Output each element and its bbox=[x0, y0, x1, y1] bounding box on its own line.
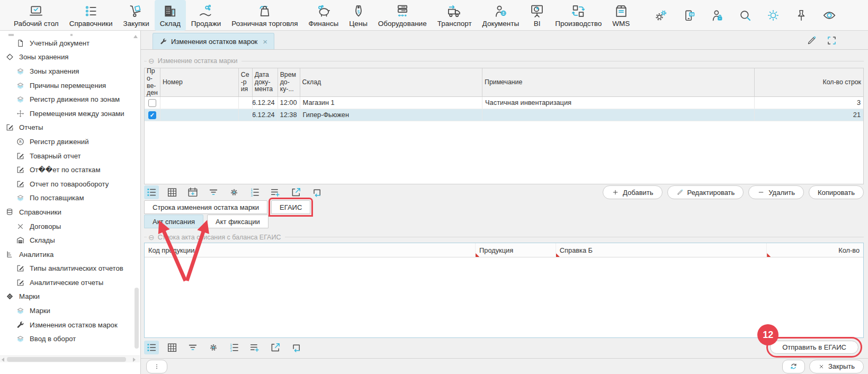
expand-icon[interactable] bbox=[826, 35, 837, 46]
sidebar-item[interactable]: Аналитика bbox=[0, 247, 140, 262]
nav-item[interactable]: Закупки bbox=[118, 0, 155, 31]
sidebar-item[interactable]: Справочники bbox=[0, 205, 140, 219]
sidebar-item[interactable]: От��ет по остаткам bbox=[0, 163, 140, 177]
toolbar-button[interactable] bbox=[268, 341, 283, 354]
more-actions-button[interactable] bbox=[146, 360, 167, 373]
toolbar-button[interactable] bbox=[144, 185, 159, 199]
action-button[interactable]: Копировать bbox=[809, 185, 864, 199]
scrollbar-up-arrow[interactable] bbox=[133, 35, 138, 38]
search-icon[interactable] bbox=[738, 8, 752, 22]
toolbar-button[interactable] bbox=[206, 185, 221, 199]
collapse-icon[interactable]: ⊖ bbox=[148, 233, 155, 242]
tab-mark-balance-changes[interactable]: Изменения остатков марок × bbox=[153, 33, 274, 49]
user-lock-icon[interactable] bbox=[710, 8, 724, 22]
vertical-scrollbar-thumb[interactable] bbox=[135, 288, 139, 349]
toolbar-button[interactable] bbox=[227, 185, 241, 199]
posted-checkbox[interactable] bbox=[148, 99, 156, 107]
nav-item[interactable]: Оборудование bbox=[373, 0, 432, 31]
sidebar-item[interactable]: Отчеты bbox=[0, 121, 140, 135]
send-to-egais-button[interactable]: Отправить в ЕГАИС bbox=[770, 341, 858, 354]
table-row[interactable]: 06.12.24 12:00 Магазин 1 Частичная инвен… bbox=[145, 97, 863, 109]
toolbar-button[interactable] bbox=[247, 341, 262, 354]
posted-checkbox[interactable] bbox=[148, 111, 156, 119]
sidebar-item[interactable]: Перемещения между зонами bbox=[0, 106, 140, 121]
sidebar-item[interactable]: Товарный отчет bbox=[0, 149, 140, 163]
column-header-doc-time[interactable]: Врем до-ку-... bbox=[278, 68, 300, 96]
settings-gears-icon[interactable] bbox=[654, 8, 668, 22]
column-header-posted[interactable]: Про-ве-ден bbox=[145, 68, 160, 96]
column-header-product-code[interactable]: Код продукции bbox=[145, 243, 476, 257]
close-button[interactable]: Закрыть bbox=[809, 360, 864, 373]
column-header-doc-date[interactable]: Дата доку-мента bbox=[253, 68, 278, 96]
column-header-line-count[interactable]: Кол-во строк bbox=[755, 68, 863, 96]
column-header-product[interactable]: Продукция bbox=[476, 243, 556, 257]
sidebar-item[interactable]: Регистр движений bbox=[0, 135, 140, 149]
nav-item[interactable]: Финансы bbox=[303, 0, 344, 31]
nav-item[interactable]: BI bbox=[524, 0, 550, 31]
horizontal-scrollbar-thumb[interactable] bbox=[7, 357, 126, 362]
sidebar-item[interactable]: Причины перемещения bbox=[0, 78, 140, 93]
toolbar-button[interactable] bbox=[247, 185, 262, 199]
toolbar-button[interactable] bbox=[268, 185, 283, 199]
brightness-icon[interactable] bbox=[766, 8, 780, 22]
nav-item[interactable]: WMS bbox=[607, 0, 635, 31]
nav-item[interactable]: Транспорт bbox=[432, 0, 477, 31]
nav-item[interactable]: Справочники bbox=[64, 0, 118, 31]
edit-pencil-icon[interactable] bbox=[806, 35, 817, 46]
nav-item[interactable]: Производство bbox=[550, 0, 607, 31]
pin-icon[interactable] bbox=[794, 8, 808, 22]
column-header-warehouse[interactable]: Склад bbox=[300, 68, 482, 96]
sidebar-item[interactable]: Договоры bbox=[0, 219, 140, 234]
sidebar-item[interactable]: Отчет по товарообороту bbox=[0, 177, 140, 191]
sidebar-item[interactable]: Зоны хранения bbox=[0, 64, 140, 78]
tab-close-icon[interactable]: × bbox=[263, 38, 267, 46]
nav-item[interactable]: Документы bbox=[477, 0, 525, 31]
nav-item[interactable]: Рабочий стол bbox=[8, 0, 64, 31]
horizontal-scrollbar[interactable] bbox=[0, 355, 140, 362]
sidebar-item[interactable]: Регистр движения по зонам bbox=[0, 92, 140, 106]
action-button[interactable]: Редактировать bbox=[667, 185, 744, 199]
sidebar-item[interactable]: Марки bbox=[0, 290, 140, 304]
toolbar-button[interactable] bbox=[289, 341, 303, 354]
column-header-number[interactable]: Номер bbox=[160, 68, 239, 96]
toolbar-button[interactable] bbox=[185, 185, 200, 199]
toolbar-button[interactable] bbox=[289, 185, 303, 199]
column-header-note[interactable]: Примечание bbox=[482, 68, 755, 96]
nav-item[interactable]: Цены bbox=[344, 0, 373, 31]
action-button[interactable]: Удалить bbox=[748, 185, 804, 199]
detail-tab[interactable]: ЕГАИС bbox=[271, 200, 310, 214]
toolbar-button[interactable] bbox=[144, 341, 159, 354]
toolbar-button[interactable] bbox=[309, 185, 324, 199]
sidebar-item[interactable]: По поставщикам bbox=[0, 191, 140, 206]
sidebar-item[interactable]: Зоны хранения bbox=[0, 50, 140, 65]
table-row-selected[interactable]: 06.12.24 12:38 Гипер-Фьюжен 21 bbox=[145, 109, 863, 121]
sidebar-item[interactable]: Типы аналитических отчетов bbox=[0, 262, 140, 276]
refresh-button[interactable] bbox=[782, 360, 805, 373]
nav-item[interactable]: Продажи bbox=[186, 0, 226, 31]
egais-subtab[interactable]: Акт списания bbox=[144, 215, 203, 228]
sidebar-item[interactable]: Изменения остатков марок bbox=[0, 318, 140, 332]
column-header-series[interactable]: Се-рия bbox=[239, 68, 253, 96]
nav-item[interactable]: Розничная торговля bbox=[226, 0, 303, 31]
sidebar-item[interactable]: Склады bbox=[0, 233, 140, 247]
sidebar-item[interactable]: Ввод в оборот bbox=[0, 332, 140, 346]
scrollbar-right-arrow[interactable] bbox=[133, 358, 136, 362]
egais-subtab[interactable]: Акт фиксации bbox=[207, 215, 269, 228]
detail-tab[interactable]: Строка изменения остатка марки bbox=[144, 200, 267, 214]
phone-chat-icon[interactable] bbox=[682, 8, 696, 22]
collapse-icon[interactable]: ⊖ bbox=[148, 57, 155, 65]
toolbar-button[interactable] bbox=[227, 341, 241, 354]
column-header-reference-b[interactable]: Справка Б bbox=[556, 243, 767, 257]
nav-item[interactable]: Склад bbox=[155, 0, 186, 31]
sidebar-item[interactable]: Марки bbox=[0, 304, 140, 318]
toolbar-button[interactable] bbox=[185, 341, 200, 354]
scrollbar-left-arrow[interactable] bbox=[2, 358, 4, 362]
toolbar-button[interactable] bbox=[206, 341, 221, 354]
sidebar-item[interactable]: Учетный документ bbox=[0, 36, 140, 50]
toolbar-button[interactable] bbox=[165, 341, 180, 354]
column-header-quantity[interactable]: Кол-во bbox=[767, 243, 863, 257]
eye-icon[interactable] bbox=[822, 8, 836, 22]
toolbar-button[interactable] bbox=[165, 185, 180, 199]
action-button[interactable]: Добавить bbox=[603, 185, 662, 199]
sidebar-item[interactable]: Аналитические отчеты bbox=[0, 275, 140, 290]
